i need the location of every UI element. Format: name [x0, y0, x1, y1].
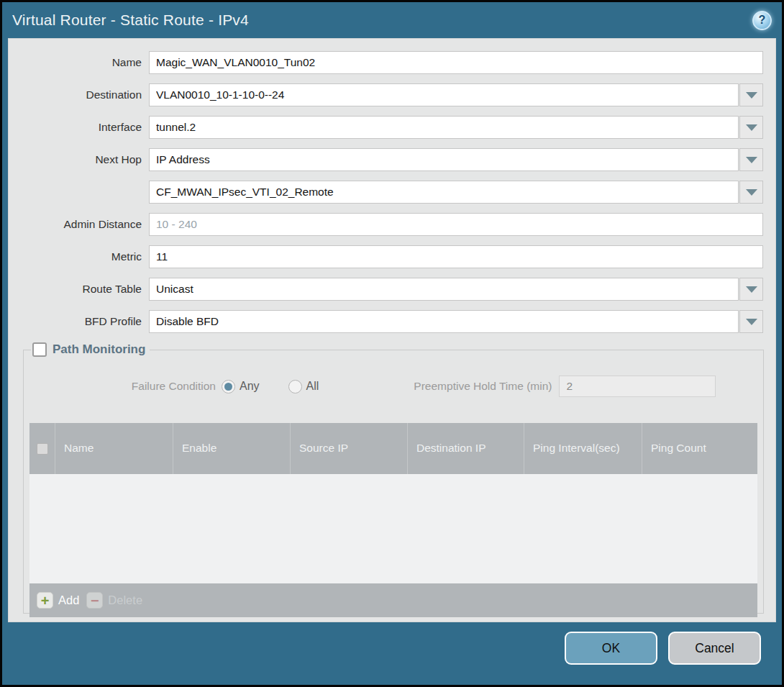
row-destination: Destination — [9, 83, 763, 106]
dialog-titlebar: Virtual Router - Static Route - IPv4 ? — [2, 2, 782, 38]
dialog-footer: OK Cancel — [2, 622, 782, 685]
column-header-ping-count: Ping Count — [642, 423, 757, 474]
minus-icon: − — [86, 592, 103, 609]
route-table-label: Route Table — [9, 283, 149, 296]
add-button-label: Add — [58, 593, 79, 607]
name-label: Name — [9, 56, 149, 69]
column-header-name: Name — [55, 423, 173, 474]
dialog-body: Name Destination Interface — [8, 38, 776, 622]
path-monitoring-controls: Failure Condition Any All Preemptive Hol… — [29, 374, 757, 399]
dialog-title: Virtual Router - Static Route - IPv4 — [12, 12, 249, 29]
destination-input[interactable] — [149, 83, 739, 106]
table-body-empty — [29, 474, 757, 583]
radio-all — [288, 380, 302, 393]
path-monitoring-checkbox[interactable] — [32, 342, 47, 357]
bfd-profile-input[interactable] — [149, 310, 739, 333]
chevron-down-icon — [746, 124, 757, 131]
destination-dropdown-button[interactable] — [739, 83, 763, 106]
ok-button[interactable]: OK — [565, 632, 657, 665]
help-icon[interactable]: ? — [752, 11, 772, 30]
admin-distance-input[interactable] — [149, 213, 763, 236]
interface-label: Interface — [9, 121, 149, 134]
column-header-ping-interval: Ping Interval(sec) — [524, 423, 642, 474]
metric-label: Metric — [9, 250, 149, 263]
delete-button: − Delete — [86, 592, 142, 609]
row-next-hop: Next Hop — [9, 148, 763, 171]
row-admin-distance: Admin Distance — [9, 213, 763, 236]
next-hop-address-input[interactable] — [149, 181, 739, 204]
metric-input[interactable] — [149, 245, 763, 268]
interface-dropdown-button[interactable] — [739, 116, 763, 139]
failure-condition-label: Failure Condition — [29, 380, 222, 393]
header-select-all — [29, 423, 55, 474]
delete-button-label: Delete — [108, 593, 142, 607]
radio-any-label: Any — [240, 380, 260, 393]
row-next-hop-address — [9, 181, 763, 204]
destination-label: Destination — [9, 88, 149, 101]
row-bfd-profile: BFD Profile — [9, 310, 763, 333]
next-hop-type-input[interactable] — [149, 148, 739, 171]
static-route-dialog: Virtual Router - Static Route - IPv4 ? N… — [0, 0, 784, 687]
chevron-down-icon — [746, 286, 757, 293]
table-header-row: Name Enable Source IP Destination IP Pin… — [29, 423, 757, 474]
name-input[interactable] — [149, 51, 763, 74]
route-table-dropdown-button[interactable] — [739, 278, 763, 301]
preemptive-hold-time-label: Preemptive Hold Time (min) — [414, 380, 552, 393]
row-metric: Metric — [9, 245, 763, 268]
row-name: Name — [9, 51, 763, 74]
chevron-down-icon — [746, 189, 757, 196]
path-monitoring-table: Name Enable Source IP Destination IP Pin… — [29, 423, 757, 617]
cancel-button[interactable]: Cancel — [668, 632, 761, 665]
table-toolbar: + Add − Delete — [29, 583, 757, 617]
next-hop-dropdown-button[interactable] — [739, 148, 763, 171]
interface-input[interactable] — [149, 116, 739, 139]
failure-condition-any-option: Any — [222, 380, 288, 393]
column-header-destination-ip: Destination IP — [407, 423, 524, 474]
plus-icon: + — [37, 592, 53, 609]
add-button[interactable]: + Add — [37, 592, 79, 609]
row-interface: Interface — [9, 116, 763, 139]
chevron-down-icon — [746, 92, 757, 99]
route-table-input[interactable] — [149, 278, 739, 301]
row-route-table: Route Table — [9, 278, 763, 301]
path-monitoring-section: Path Monitoring Failure Condition Any Al… — [23, 342, 764, 614]
radio-any — [222, 380, 235, 393]
path-monitoring-legend: Path Monitoring — [31, 342, 150, 357]
chevron-down-icon — [746, 157, 757, 163]
bfd-profile-dropdown-button[interactable] — [739, 310, 763, 333]
radio-all-label: All — [306, 380, 319, 393]
column-header-enable: Enable — [173, 423, 290, 474]
static-route-form: Name Destination Interface — [9, 39, 775, 333]
next-hop-label: Next Hop — [9, 153, 149, 166]
select-all-checkbox — [37, 443, 48, 455]
admin-distance-label: Admin Distance — [9, 218, 149, 231]
failure-condition-all-option: All — [288, 380, 348, 393]
preemptive-hold-time-input — [559, 376, 716, 397]
next-hop-address-dropdown-button[interactable] — [739, 181, 763, 204]
bfd-profile-label: BFD Profile — [9, 315, 149, 328]
column-header-source-ip: Source IP — [290, 423, 407, 474]
chevron-down-icon — [746, 319, 757, 325]
path-monitoring-title: Path Monitoring — [53, 342, 145, 357]
